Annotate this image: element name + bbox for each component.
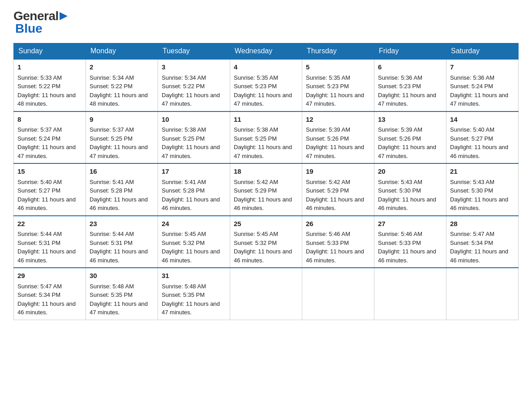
sunset-text: Sunset: 5:33 PM [378, 240, 421, 246]
sunrise-text: Sunrise: 5:42 AM [234, 179, 278, 185]
daylight-text: Daylight: 11 hours and 47 minutes. [17, 144, 76, 159]
sunset-text: Sunset: 5:35 PM [162, 291, 205, 298]
sunset-text: Sunset: 5:30 PM [450, 187, 493, 194]
sunset-text: Sunset: 5:22 PM [90, 83, 133, 90]
calendar-cell: 4Sunrise: 5:35 AMSunset: 5:23 PMDaylight… [230, 59, 302, 111]
calendar-cell: 13Sunrise: 5:39 AMSunset: 5:26 PMDayligh… [374, 111, 446, 164]
calendar-cell: 9Sunrise: 5:37 AMSunset: 5:25 PMDaylight… [86, 111, 158, 164]
calendar-cell: 14Sunrise: 5:40 AMSunset: 5:27 PMDayligh… [446, 111, 519, 164]
weekday-header-tuesday: Tuesday [158, 43, 230, 60]
day-number: 30 [90, 271, 154, 281]
day-number: 29 [17, 271, 82, 281]
sunrise-text: Sunrise: 5:45 AM [162, 231, 206, 237]
sunset-text: Sunset: 5:31 PM [17, 240, 60, 246]
sunset-text: Sunset: 5:26 PM [306, 135, 349, 142]
daylight-text: Daylight: 11 hours and 47 minutes. [90, 300, 148, 316]
sunset-text: Sunset: 5:28 PM [162, 187, 205, 194]
daylight-text: Daylight: 11 hours and 46 minutes. [378, 196, 436, 212]
daylight-text: Daylight: 11 hours and 46 minutes. [162, 248, 220, 264]
daylight-text: Daylight: 11 hours and 46 minutes. [234, 248, 292, 264]
daylight-text: Daylight: 11 hours and 47 minutes. [450, 92, 508, 107]
calendar-cell: 19Sunrise: 5:42 AMSunset: 5:29 PMDayligh… [302, 163, 374, 216]
calendar-cell: 10Sunrise: 5:38 AMSunset: 5:25 PMDayligh… [158, 111, 230, 164]
calendar-cell: 2Sunrise: 5:34 AMSunset: 5:22 PMDaylight… [86, 59, 158, 111]
day-number: 16 [90, 167, 154, 177]
sunrise-text: Sunrise: 5:34 AM [90, 74, 134, 81]
sunrise-text: Sunrise: 5:35 AM [234, 74, 278, 81]
calendar-cell: 5Sunrise: 5:35 AMSunset: 5:23 PMDaylight… [302, 59, 374, 111]
calendar-week-row: 29Sunrise: 5:47 AMSunset: 5:34 PMDayligh… [14, 268, 519, 320]
sunrise-text: Sunrise: 5:48 AM [162, 283, 206, 290]
day-number: 13 [378, 115, 442, 125]
daylight-text: Daylight: 11 hours and 48 minutes. [90, 92, 148, 107]
sunrise-text: Sunrise: 5:48 AM [90, 283, 134, 290]
calendar-cell: 26Sunrise: 5:46 AMSunset: 5:33 PMDayligh… [302, 216, 374, 268]
daylight-text: Daylight: 11 hours and 47 minutes. [162, 300, 220, 316]
day-number: 17 [162, 167, 226, 177]
page-header: General Blue [13, 9, 519, 36]
daylight-text: Daylight: 11 hours and 46 minutes. [162, 196, 220, 212]
day-number: 22 [17, 219, 82, 229]
sunrise-text: Sunrise: 5:47 AM [17, 283, 62, 290]
daylight-text: Daylight: 11 hours and 46 minutes. [306, 196, 364, 212]
sunset-text: Sunset: 5:33 PM [306, 240, 349, 246]
daylight-text: Daylight: 11 hours and 46 minutes. [17, 300, 76, 316]
daylight-text: Daylight: 11 hours and 47 minutes. [234, 144, 292, 159]
weekday-header-monday: Monday [86, 43, 158, 60]
calendar-cell: 25Sunrise: 5:45 AMSunset: 5:32 PMDayligh… [230, 216, 302, 268]
sunrise-text: Sunrise: 5:43 AM [378, 179, 422, 185]
sunrise-text: Sunrise: 5:38 AM [162, 126, 206, 133]
weekday-header-wednesday: Wednesday [230, 43, 302, 60]
sunrise-text: Sunrise: 5:36 AM [378, 74, 422, 81]
day-number: 28 [450, 219, 515, 229]
sunset-text: Sunset: 5:34 PM [450, 240, 493, 246]
calendar-cell: 18Sunrise: 5:42 AMSunset: 5:29 PMDayligh… [230, 163, 302, 216]
calendar-cell: 29Sunrise: 5:47 AMSunset: 5:34 PMDayligh… [14, 268, 86, 320]
calendar-cell: 23Sunrise: 5:44 AMSunset: 5:31 PMDayligh… [86, 216, 158, 268]
sunset-text: Sunset: 5:27 PM [17, 187, 60, 194]
sunrise-text: Sunrise: 5:34 AM [162, 74, 206, 81]
day-number: 26 [306, 219, 370, 229]
sunrise-text: Sunrise: 5:36 AM [450, 74, 494, 81]
sunset-text: Sunset: 5:22 PM [17, 83, 60, 90]
sunrise-text: Sunrise: 5:43 AM [450, 179, 494, 185]
daylight-text: Daylight: 11 hours and 46 minutes. [450, 144, 508, 159]
day-number: 31 [162, 271, 226, 281]
sunset-text: Sunset: 5:34 PM [17, 291, 60, 298]
day-number: 8 [17, 115, 82, 125]
calendar-cell: 17Sunrise: 5:41 AMSunset: 5:28 PMDayligh… [158, 163, 230, 216]
daylight-text: Daylight: 11 hours and 46 minutes. [90, 196, 148, 212]
sunset-text: Sunset: 5:30 PM [378, 187, 421, 194]
calendar-cell: 15Sunrise: 5:40 AMSunset: 5:27 PMDayligh… [14, 163, 86, 216]
weekday-header-friday: Friday [374, 43, 446, 60]
daylight-text: Daylight: 11 hours and 46 minutes. [450, 196, 508, 212]
calendar-cell: 24Sunrise: 5:45 AMSunset: 5:32 PMDayligh… [158, 216, 230, 268]
sunrise-text: Sunrise: 5:46 AM [306, 231, 350, 237]
sunset-text: Sunset: 5:23 PM [234, 83, 277, 90]
calendar-cell: 11Sunrise: 5:38 AMSunset: 5:25 PMDayligh… [230, 111, 302, 164]
day-number: 6 [378, 62, 442, 73]
sunrise-text: Sunrise: 5:37 AM [90, 126, 134, 133]
daylight-text: Daylight: 11 hours and 47 minutes. [234, 92, 292, 107]
sunrise-text: Sunrise: 5:47 AM [450, 231, 494, 237]
calendar-cell: 3Sunrise: 5:34 AMSunset: 5:22 PMDaylight… [158, 59, 230, 111]
calendar-header-row: SundayMondayTuesdayWednesdayThursdayFrid… [14, 43, 519, 60]
sunset-text: Sunset: 5:25 PM [234, 135, 277, 142]
day-number: 10 [162, 115, 226, 125]
day-number: 25 [234, 219, 298, 229]
calendar-week-row: 15Sunrise: 5:40 AMSunset: 5:27 PMDayligh… [14, 163, 519, 216]
calendar-cell [302, 268, 374, 320]
sunset-text: Sunset: 5:29 PM [234, 187, 277, 194]
day-number: 23 [90, 219, 154, 229]
sunrise-text: Sunrise: 5:39 AM [378, 126, 422, 133]
svg-marker-0 [60, 12, 68, 20]
logo-blue-text: Blue [15, 21, 43, 35]
day-number: 5 [306, 62, 370, 73]
sunrise-text: Sunrise: 5:33 AM [17, 74, 62, 81]
sunset-text: Sunset: 5:22 PM [162, 83, 205, 90]
calendar-cell: 27Sunrise: 5:46 AMSunset: 5:33 PMDayligh… [374, 216, 446, 268]
sunset-text: Sunset: 5:24 PM [450, 83, 493, 90]
calendar-table: SundayMondayTuesdayWednesdayThursdayFrid… [13, 43, 519, 320]
daylight-text: Daylight: 11 hours and 46 minutes. [234, 196, 292, 212]
day-number: 20 [378, 167, 442, 177]
